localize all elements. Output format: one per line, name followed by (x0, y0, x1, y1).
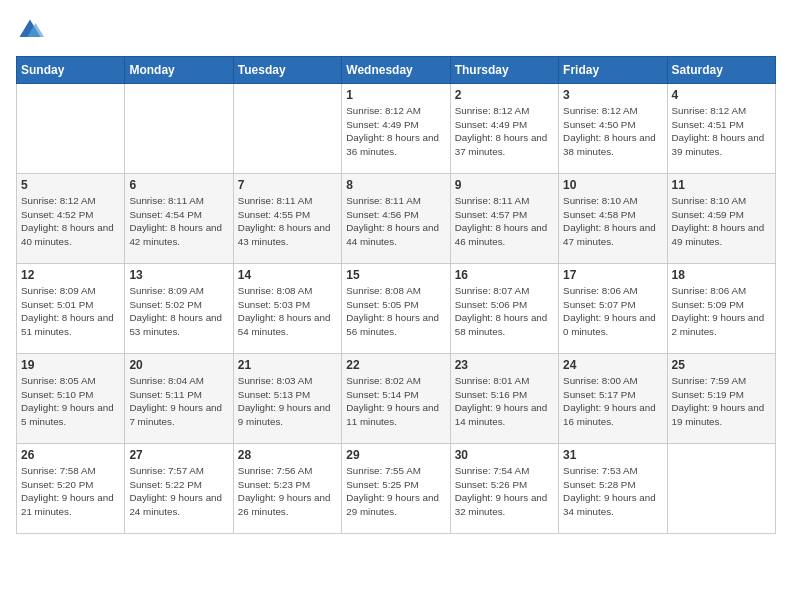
day-cell: 2Sunrise: 8:12 AM Sunset: 4:49 PM Daylig… (450, 84, 558, 174)
day-info: Sunrise: 8:09 AM Sunset: 5:01 PM Dayligh… (21, 284, 120, 339)
day-info: Sunrise: 8:02 AM Sunset: 5:14 PM Dayligh… (346, 374, 445, 429)
header-cell-thursday: Thursday (450, 57, 558, 84)
day-cell: 26Sunrise: 7:58 AM Sunset: 5:20 PM Dayli… (17, 444, 125, 534)
day-number: 14 (238, 268, 337, 282)
day-info: Sunrise: 7:56 AM Sunset: 5:23 PM Dayligh… (238, 464, 337, 519)
day-number: 22 (346, 358, 445, 372)
day-number: 5 (21, 178, 120, 192)
day-number: 21 (238, 358, 337, 372)
day-number: 25 (672, 358, 771, 372)
day-info: Sunrise: 8:08 AM Sunset: 5:05 PM Dayligh… (346, 284, 445, 339)
day-cell: 1Sunrise: 8:12 AM Sunset: 4:49 PM Daylig… (342, 84, 450, 174)
day-number: 19 (21, 358, 120, 372)
day-cell: 24Sunrise: 8:00 AM Sunset: 5:17 PM Dayli… (559, 354, 667, 444)
header-cell-tuesday: Tuesday (233, 57, 341, 84)
day-info: Sunrise: 8:12 AM Sunset: 4:49 PM Dayligh… (455, 104, 554, 159)
day-info: Sunrise: 8:10 AM Sunset: 4:59 PM Dayligh… (672, 194, 771, 249)
day-cell: 25Sunrise: 7:59 AM Sunset: 5:19 PM Dayli… (667, 354, 775, 444)
header-row: SundayMondayTuesdayWednesdayThursdayFrid… (17, 57, 776, 84)
week-row-2: 5Sunrise: 8:12 AM Sunset: 4:52 PM Daylig… (17, 174, 776, 264)
day-cell (233, 84, 341, 174)
day-cell (17, 84, 125, 174)
day-cell: 6Sunrise: 8:11 AM Sunset: 4:54 PM Daylig… (125, 174, 233, 264)
day-info: Sunrise: 8:10 AM Sunset: 4:58 PM Dayligh… (563, 194, 662, 249)
day-info: Sunrise: 8:11 AM Sunset: 4:55 PM Dayligh… (238, 194, 337, 249)
day-number: 24 (563, 358, 662, 372)
day-info: Sunrise: 8:07 AM Sunset: 5:06 PM Dayligh… (455, 284, 554, 339)
day-number: 31 (563, 448, 662, 462)
day-info: Sunrise: 7:53 AM Sunset: 5:28 PM Dayligh… (563, 464, 662, 519)
header-cell-monday: Monday (125, 57, 233, 84)
day-info: Sunrise: 8:05 AM Sunset: 5:10 PM Dayligh… (21, 374, 120, 429)
day-number: 10 (563, 178, 662, 192)
day-cell (125, 84, 233, 174)
day-cell: 23Sunrise: 8:01 AM Sunset: 5:16 PM Dayli… (450, 354, 558, 444)
day-number: 8 (346, 178, 445, 192)
day-number: 20 (129, 358, 228, 372)
day-cell: 9Sunrise: 8:11 AM Sunset: 4:57 PM Daylig… (450, 174, 558, 264)
day-number: 7 (238, 178, 337, 192)
day-cell: 17Sunrise: 8:06 AM Sunset: 5:07 PM Dayli… (559, 264, 667, 354)
day-cell: 4Sunrise: 8:12 AM Sunset: 4:51 PM Daylig… (667, 84, 775, 174)
calendar-table: SundayMondayTuesdayWednesdayThursdayFrid… (16, 56, 776, 534)
day-number: 12 (21, 268, 120, 282)
week-row-4: 19Sunrise: 8:05 AM Sunset: 5:10 PM Dayli… (17, 354, 776, 444)
day-info: Sunrise: 7:54 AM Sunset: 5:26 PM Dayligh… (455, 464, 554, 519)
day-info: Sunrise: 8:04 AM Sunset: 5:11 PM Dayligh… (129, 374, 228, 429)
day-cell: 14Sunrise: 8:08 AM Sunset: 5:03 PM Dayli… (233, 264, 341, 354)
day-cell: 12Sunrise: 8:09 AM Sunset: 5:01 PM Dayli… (17, 264, 125, 354)
day-cell: 15Sunrise: 8:08 AM Sunset: 5:05 PM Dayli… (342, 264, 450, 354)
day-cell: 28Sunrise: 7:56 AM Sunset: 5:23 PM Dayli… (233, 444, 341, 534)
calendar-header: SundayMondayTuesdayWednesdayThursdayFrid… (17, 57, 776, 84)
day-number: 29 (346, 448, 445, 462)
day-info: Sunrise: 8:03 AM Sunset: 5:13 PM Dayligh… (238, 374, 337, 429)
day-number: 28 (238, 448, 337, 462)
day-cell: 16Sunrise: 8:07 AM Sunset: 5:06 PM Dayli… (450, 264, 558, 354)
day-cell: 10Sunrise: 8:10 AM Sunset: 4:58 PM Dayli… (559, 174, 667, 264)
logo (16, 16, 48, 44)
day-info: Sunrise: 8:12 AM Sunset: 4:52 PM Dayligh… (21, 194, 120, 249)
day-cell: 27Sunrise: 7:57 AM Sunset: 5:22 PM Dayli… (125, 444, 233, 534)
day-number: 6 (129, 178, 228, 192)
day-cell: 30Sunrise: 7:54 AM Sunset: 5:26 PM Dayli… (450, 444, 558, 534)
day-cell (667, 444, 775, 534)
day-number: 15 (346, 268, 445, 282)
day-number: 4 (672, 88, 771, 102)
week-row-5: 26Sunrise: 7:58 AM Sunset: 5:20 PM Dayli… (17, 444, 776, 534)
day-info: Sunrise: 8:06 AM Sunset: 5:07 PM Dayligh… (563, 284, 662, 339)
day-info: Sunrise: 7:57 AM Sunset: 5:22 PM Dayligh… (129, 464, 228, 519)
week-row-3: 12Sunrise: 8:09 AM Sunset: 5:01 PM Dayli… (17, 264, 776, 354)
day-cell: 22Sunrise: 8:02 AM Sunset: 5:14 PM Dayli… (342, 354, 450, 444)
day-info: Sunrise: 8:01 AM Sunset: 5:16 PM Dayligh… (455, 374, 554, 429)
day-number: 26 (21, 448, 120, 462)
day-info: Sunrise: 8:11 AM Sunset: 4:56 PM Dayligh… (346, 194, 445, 249)
day-number: 13 (129, 268, 228, 282)
calendar-body: 1Sunrise: 8:12 AM Sunset: 4:49 PM Daylig… (17, 84, 776, 534)
day-cell: 5Sunrise: 8:12 AM Sunset: 4:52 PM Daylig… (17, 174, 125, 264)
day-number: 11 (672, 178, 771, 192)
day-cell: 21Sunrise: 8:03 AM Sunset: 5:13 PM Dayli… (233, 354, 341, 444)
logo-icon (16, 16, 44, 44)
day-cell: 7Sunrise: 8:11 AM Sunset: 4:55 PM Daylig… (233, 174, 341, 264)
day-info: Sunrise: 7:59 AM Sunset: 5:19 PM Dayligh… (672, 374, 771, 429)
day-number: 3 (563, 88, 662, 102)
day-cell: 19Sunrise: 8:05 AM Sunset: 5:10 PM Dayli… (17, 354, 125, 444)
header-cell-saturday: Saturday (667, 57, 775, 84)
day-info: Sunrise: 8:12 AM Sunset: 4:51 PM Dayligh… (672, 104, 771, 159)
day-number: 2 (455, 88, 554, 102)
day-number: 9 (455, 178, 554, 192)
day-cell: 11Sunrise: 8:10 AM Sunset: 4:59 PM Dayli… (667, 174, 775, 264)
day-cell: 29Sunrise: 7:55 AM Sunset: 5:25 PM Dayli… (342, 444, 450, 534)
day-number: 23 (455, 358, 554, 372)
day-info: Sunrise: 8:11 AM Sunset: 4:57 PM Dayligh… (455, 194, 554, 249)
day-number: 1 (346, 88, 445, 102)
day-cell: 31Sunrise: 7:53 AM Sunset: 5:28 PM Dayli… (559, 444, 667, 534)
header-cell-sunday: Sunday (17, 57, 125, 84)
day-cell: 8Sunrise: 8:11 AM Sunset: 4:56 PM Daylig… (342, 174, 450, 264)
day-info: Sunrise: 8:06 AM Sunset: 5:09 PM Dayligh… (672, 284, 771, 339)
header-cell-friday: Friday (559, 57, 667, 84)
day-cell: 20Sunrise: 8:04 AM Sunset: 5:11 PM Dayli… (125, 354, 233, 444)
header-cell-wednesday: Wednesday (342, 57, 450, 84)
day-cell: 18Sunrise: 8:06 AM Sunset: 5:09 PM Dayli… (667, 264, 775, 354)
page-header (16, 16, 776, 44)
